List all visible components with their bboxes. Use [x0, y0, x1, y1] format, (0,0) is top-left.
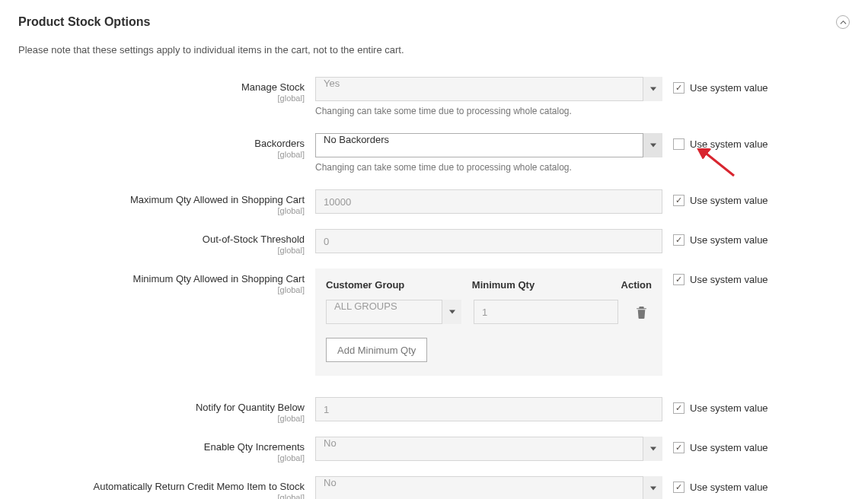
notify-below-input	[315, 397, 662, 421]
collapse-toggle[interactable]	[836, 15, 850, 29]
oos-threshold-use-system-checkbox[interactable]	[673, 234, 685, 246]
customer-group-select: ALL GROUPS	[326, 300, 461, 324]
label-enable-increments: Enable Qty Increments	[204, 441, 305, 453]
manage-stock-use-system-checkbox[interactable]	[673, 82, 685, 94]
auto-return-select: No	[315, 476, 662, 499]
add-minimum-qty-button: Add Minimum Qty	[326, 338, 427, 362]
min-qty-use-system-checkbox[interactable]	[673, 274, 685, 285]
enable-increments-use-system-checkbox[interactable]	[673, 442, 685, 453]
oos-threshold-input	[315, 229, 662, 253]
backorders-select[interactable]: No Backorders	[315, 133, 662, 157]
label-manage-stock: Manage Stock	[241, 81, 305, 93]
label-max-qty: Maximum Qty Allowed in Shopping Cart	[130, 194, 305, 205]
use-system-label: Use system value	[690, 274, 768, 285]
col-action: Action	[621, 279, 652, 291]
min-qty-input	[474, 300, 618, 324]
scope-global: [global]	[18, 414, 305, 423]
delete-row-button[interactable]	[630, 306, 652, 319]
use-system-label: Use system value	[690, 442, 768, 453]
min-qty-panel: Customer Group Minimum Qty Action ALL GR…	[315, 269, 662, 376]
scope-global: [global]	[18, 94, 305, 103]
use-system-label: Use system value	[690, 482, 768, 493]
use-system-label: Use system value	[690, 402, 768, 414]
svg-line-0	[704, 151, 734, 176]
annotation-arrow	[696, 148, 739, 179]
max-qty-use-system-checkbox[interactable]	[673, 195, 685, 206]
label-min-qty: Minimum Qty Allowed in Shopping Cart	[133, 273, 305, 284]
label-oos-threshold: Out-of-Stock Threshold	[203, 234, 305, 245]
col-minimum-qty: Minimum Qty	[472, 279, 621, 291]
trash-icon	[636, 306, 647, 319]
label-auto-return: Automatically Return Credit Memo Item to…	[94, 481, 305, 492]
section-note: Please note that these settings apply to…	[18, 44, 850, 56]
use-system-label: Use system value	[690, 195, 768, 206]
scope-global: [global]	[18, 246, 305, 255]
use-system-label: Use system value	[690, 234, 768, 246]
max-qty-input	[315, 189, 662, 214]
notify-below-use-system-checkbox[interactable]	[673, 402, 685, 414]
scope-global: [global]	[18, 206, 305, 215]
auto-return-use-system-checkbox[interactable]	[673, 482, 685, 493]
scope-global: [global]	[18, 285, 305, 294]
enable-increments-select: No	[315, 437, 662, 461]
backorders-note: Changing can take some time due to proce…	[315, 162, 662, 173]
scope-global: [global]	[18, 453, 305, 462]
scope-global: [global]	[18, 150, 305, 159]
backorders-use-system-checkbox[interactable]	[673, 138, 685, 150]
scope-global: [global]	[18, 493, 305, 499]
manage-stock-note: Changing can take some time due to proce…	[315, 106, 662, 116]
manage-stock-select: Yes	[315, 77, 662, 101]
col-customer-group: Customer Group	[326, 279, 472, 291]
label-notify-below: Notify for Quantity Below	[196, 402, 305, 413]
label-backorders: Backorders	[254, 138, 305, 149]
use-system-label: Use system value	[690, 82, 768, 94]
chevron-up-icon	[840, 19, 847, 26]
use-system-label: Use system value	[690, 138, 768, 150]
section-title: Product Stock Options	[18, 15, 150, 29]
